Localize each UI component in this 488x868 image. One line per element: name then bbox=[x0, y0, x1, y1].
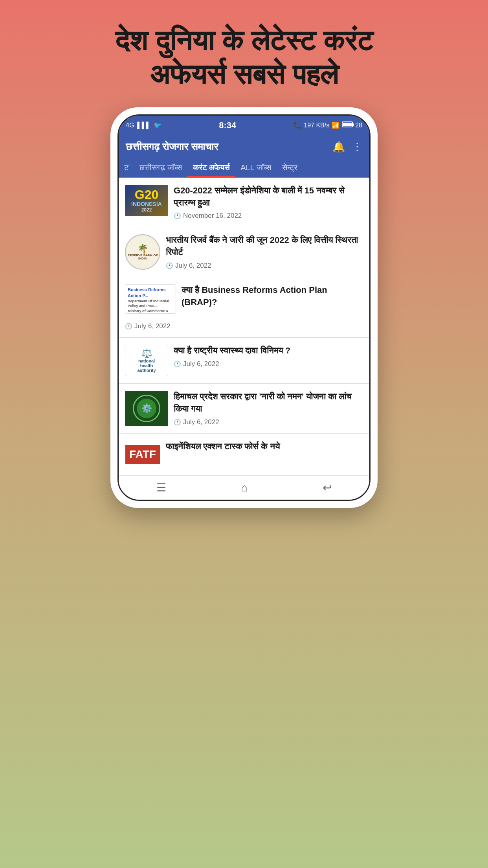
hp-inner-logo: ⚙️ bbox=[137, 399, 156, 418]
nha-name: nationalhealthauthority bbox=[137, 359, 156, 373]
data-speed: 197 KB/s bbox=[304, 122, 329, 129]
call-icon: 📞 bbox=[294, 121, 301, 129]
news-content-g20: G20-2022 सम्मेलन इंडोनेशिया के बाली में … bbox=[174, 185, 363, 220]
phone-mockup: 4G ▌▌▌ 🐦 8:34 📞 197 KB/s 📶 28 छत्तीसग bbox=[110, 107, 378, 508]
twitter-icon: 🐦 bbox=[154, 121, 161, 129]
nha-emblem-icon: ⚖️ bbox=[141, 348, 152, 359]
brap-row: Business Reforms Action P... Department … bbox=[125, 284, 363, 314]
network-indicator: 4G bbox=[126, 122, 134, 129]
status-left: 4G ▌▌▌ 🐦 bbox=[126, 121, 161, 129]
back-icon: ↩ bbox=[323, 481, 332, 494]
news-date-g20: 🕐 November 16, 2022 bbox=[174, 212, 363, 220]
clock-icon-brap: 🕐 bbox=[125, 323, 132, 330]
brap-thumb-title: Business Reforms Action P... bbox=[128, 287, 173, 298]
brap-content: क्या है Business Reforms Action Plan (BR… bbox=[182, 284, 363, 312]
news-thumb-hp: ⚙️ bbox=[125, 391, 168, 426]
tab-cg-jobs[interactable]: छत्तीसगढ़ जॉब्स bbox=[134, 158, 187, 177]
app-title: छत्तीसगढ़ रोजगार समाचार bbox=[126, 141, 218, 153]
headline: देश दुनिया के लेटेस्ट करंट अफेयर्स सबसे … bbox=[92, 24, 396, 92]
news-title-nha: क्या है राष्ट्रीय स्वास्थ्य दावा विनिमय … bbox=[174, 345, 363, 357]
news-item-g20[interactable]: G20 INDONESIA 2022 G20-2022 सम्मेलन इंडो… bbox=[119, 178, 369, 228]
clock-icon-rbi: 🕐 bbox=[166, 262, 173, 269]
news-date-nha: 🕐 July 6, 2022 bbox=[174, 360, 363, 368]
status-bar: 4G ▌▌▌ 🐦 8:34 📞 197 KB/s 📶 28 bbox=[119, 116, 369, 135]
more-options-icon[interactable]: ⋮ bbox=[352, 141, 362, 153]
header-actions: 🔔 ⋮ bbox=[332, 141, 362, 153]
news-date-rbi: 🕐 July 6, 2022 bbox=[166, 262, 363, 270]
tab-current-affairs[interactable]: करंट अफेयर्स bbox=[187, 158, 235, 177]
home-icon: ⌂ bbox=[241, 482, 248, 494]
rbi-label: RESERVE BANK OF INDIA bbox=[126, 254, 160, 261]
g20-year: 2022 bbox=[141, 207, 152, 213]
tab-all-jobs[interactable]: ALL जॉब्स bbox=[235, 158, 276, 177]
news-item-nha[interactable]: ⚖️ nationalhealthauthority क्या है राष्ट… bbox=[119, 338, 369, 384]
brap-thumb-ministry: Ministry of Commerce & Industry, Governm… bbox=[128, 309, 173, 314]
bottom-nav-menu[interactable]: ☰ bbox=[156, 481, 166, 494]
menu-icon: ☰ bbox=[156, 481, 166, 494]
news-item-rbi[interactable]: 🌴 RESERVE BANK OF INDIA भारतीय रिजर्व बै… bbox=[119, 227, 369, 277]
news-content-rbi: भारतीय रिजर्व बैंक ने जारी की जून 2022 क… bbox=[166, 234, 363, 270]
wifi-icon: 📶 bbox=[332, 121, 339, 129]
news-list: G20 INDONESIA 2022 G20-2022 सम्मेलन इंडो… bbox=[119, 178, 369, 476]
news-thumb-g20: G20 INDONESIA 2022 bbox=[125, 185, 168, 216]
headline-line2: अफेयर्स सबसे पहले bbox=[115, 57, 373, 91]
news-title-rbi: भारतीय रिजर्व बैंक ने जारी की जून 2022 क… bbox=[166, 234, 363, 259]
tab-short[interactable]: ट bbox=[119, 158, 134, 177]
rbi-emblem: 🌴 bbox=[138, 244, 148, 254]
bottom-nav-home[interactable]: ⌂ bbox=[241, 482, 248, 494]
fatf-logo: FATF bbox=[125, 445, 160, 464]
news-content-hp: हिमाचल प्रदेश सरकार द्वारा 'नारी को नमन'… bbox=[174, 391, 363, 426]
news-item-fatf[interactable]: FATF फाइनेंशियल एक्शन टास्क फोर्स के नये bbox=[119, 434, 369, 475]
bottom-navigation: ☰ ⌂ ↩ bbox=[119, 475, 369, 500]
status-time: 8:34 bbox=[219, 120, 236, 131]
navigation-tabs: ट छत्तीसगढ़ जॉब्स करंट अफेयर्स ALL जॉब्स… bbox=[119, 158, 369, 178]
news-thumb-brap: Business Reforms Action P... Department … bbox=[125, 284, 176, 314]
clock-icon-hp: 🕐 bbox=[174, 419, 181, 426]
news-item-brap[interactable]: Business Reforms Action P... Department … bbox=[119, 277, 369, 338]
app-header: छत्तीसगढ़ रोजगार समाचार 🔔 ⋮ bbox=[119, 135, 369, 158]
news-title-brap: क्या है Business Reforms Action Plan (BR… bbox=[182, 284, 363, 309]
notification-bell-icon[interactable]: 🔔 bbox=[332, 141, 345, 153]
news-thumb-nha: ⚖️ nationalhealthauthority bbox=[125, 345, 168, 376]
news-date-brap: 🕐 July 6, 2022 bbox=[125, 322, 171, 330]
g20-location: INDONESIA bbox=[131, 201, 162, 207]
tab-central[interactable]: सेन्ट्र bbox=[277, 158, 303, 177]
battery-indicator bbox=[342, 121, 353, 129]
status-right: 📞 197 KB/s 📶 28 bbox=[294, 121, 362, 129]
news-content-nha: क्या है राष्ट्रीय स्वास्थ्य दावा विनिमय … bbox=[174, 345, 363, 368]
headline-line1: देश दुनिया के लेटेस्ट करंट bbox=[115, 24, 373, 57]
news-thumb-fatf: FATF bbox=[125, 441, 160, 468]
news-content-fatf: फाइनेंशियल एक्शन टास्क फोर्स के नये bbox=[166, 441, 363, 456]
clock-icon: 🕐 bbox=[174, 212, 181, 219]
clock-icon-nha: 🕐 bbox=[174, 360, 181, 368]
bottom-nav-back[interactable]: ↩ bbox=[323, 481, 332, 494]
brap-thumb-dept: Department Of Industrial Policy and Proc… bbox=[128, 299, 173, 308]
news-date-hp: 🕐 July 6, 2022 bbox=[174, 418, 363, 426]
battery-percent: 28 bbox=[355, 122, 362, 129]
signal-bars: ▌▌▌ bbox=[137, 122, 150, 129]
news-title-g20: G20-2022 सम्मेलन इंडोनेशिया के बाली में … bbox=[174, 185, 363, 209]
g20-logo: G20 bbox=[135, 188, 158, 201]
news-title-fatf: फाइनेंशियल एक्शन टास्क फोर्स के नये bbox=[166, 441, 363, 453]
news-item-hp[interactable]: ⚙️ हिमाचल प्रदेश सरकार द्वारा 'नारी को न… bbox=[119, 384, 369, 434]
news-title-hp: हिमाचल प्रदेश सरकार द्वारा 'नारी को नमन'… bbox=[174, 391, 363, 415]
news-thumb-rbi: 🌴 RESERVE BANK OF INDIA bbox=[125, 234, 160, 270]
